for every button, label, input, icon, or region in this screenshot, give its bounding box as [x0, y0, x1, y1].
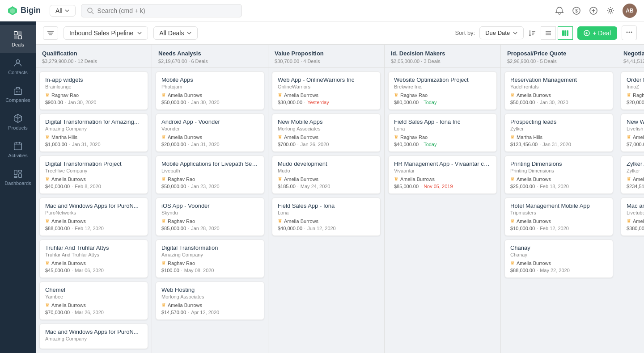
sidebar-item-activities[interactable]: Activities [0, 136, 36, 164]
sidebar-item-companies[interactable]: Companies [0, 80, 36, 108]
crown-icon: ♛ [278, 176, 282, 182]
sort-direction-button[interactable] [528, 29, 536, 37]
main-content: Inbound Sales Pipeline All Deals Sort by… [36, 21, 644, 353]
deal-card[interactable]: Mobile Applications for Livepath Serv...… [156, 155, 264, 194]
deal-footer: $185.00·May 24, 2020 [278, 184, 375, 189]
settings-icon[interactable] [606, 6, 615, 16]
owner-name: Amelia Burrows [51, 303, 86, 308]
sort-chevron-icon [513, 30, 518, 36]
deal-footer: $40,000.00·Feb 8, 2020 [45, 184, 142, 189]
svg-rect-39 [567, 30, 568, 36]
deal-owner: ♛Amelia Burrows [161, 92, 258, 98]
owner-name: Amelia Burro... [633, 219, 644, 224]
owner-name: Amelia Burrows [284, 219, 318, 224]
deal-title: Mac and Windows Apps for PuroN... [45, 328, 142, 335]
deal-company: Printing Dimensions [510, 168, 607, 173]
sidebar-item-dashboards[interactable]: Dashboards [0, 164, 36, 191]
deal-owner: ♛Raghav Rao [627, 92, 644, 98]
svg-point-14 [16, 60, 19, 63]
deal-title: Mobile Apps [161, 76, 258, 83]
sidebar-item-products[interactable]: Products [0, 108, 36, 136]
deal-card[interactable]: Mobile AppsPhotojam♛Amelia Burrows$50,00… [156, 71, 264, 110]
deal-card[interactable]: Mac and Windo...Livetube♛Amelia Burro...… [621, 198, 644, 236]
deal-card[interactable]: New WebsiteLivefish♛Amelia Burro...$7,00… [621, 113, 644, 152]
sidebar-item-contacts[interactable]: Contacts [0, 53, 36, 80]
deal-company: Zylker [510, 126, 607, 131]
deal-footer: $50,000.00·Jan 30, 2020 [510, 100, 607, 105]
svg-text:$: $ [575, 8, 578, 13]
deal-card[interactable]: Mac and Windows Apps for PuroN...Amazing… [39, 324, 148, 349]
all-select-dropdown[interactable]: All [50, 5, 76, 17]
deal-card[interactable]: Digital Transformation ProjectTreeHive C… [39, 155, 148, 194]
deal-date: May 08, 2020 [184, 268, 214, 273]
deal-card[interactable]: Truhlar And Truhlar AttysTruhlar And Tru… [39, 240, 148, 278]
add-deal-label: + Deal [593, 29, 611, 37]
list-view-button[interactable] [541, 26, 556, 40]
deal-card[interactable]: Hotel Management Mobile AppTripmasters♛A… [504, 198, 613, 236]
crown-icon: ♛ [161, 92, 166, 98]
column-meta: $4,41,512.00 [623, 59, 644, 64]
add-deal-button[interactable]: + Deal [577, 26, 617, 40]
filter-button[interactable] [43, 26, 58, 40]
deal-card[interactable]: Web HostingMorlong Associates♛Amelia Bur… [156, 282, 264, 320]
crown-icon: ♛ [45, 260, 50, 266]
column-title: Qualification [42, 50, 145, 57]
deal-card[interactable]: Digital Transformation for Amazing...Ama… [39, 113, 148, 152]
deal-card[interactable]: Reservation ManagementYadel rentals♛Amel… [504, 71, 613, 110]
deal-card[interactable]: Order for new Ap...InnoZ♛Raghav Rao$20,0… [621, 71, 644, 110]
deal-card[interactable]: Prospecting leadsZylker♛Martha Hills$123… [504, 113, 613, 152]
search-container[interactable] [81, 4, 242, 17]
deal-footer: $80,000.00·Today [394, 100, 491, 105]
owner-name: Amelia Burrows [517, 176, 551, 182]
deal-amount: $380,000.00 [627, 226, 644, 231]
deal-owner: ♛Amelia Burrows [278, 92, 375, 98]
deal-card[interactable]: New Mobile AppsMorlong Associates♛Amelia… [272, 113, 381, 152]
crown-icon: ♛ [45, 218, 50, 224]
deal-owner: ♛Amelia Burrows [161, 134, 258, 140]
deal-card[interactable]: Website Optimization ProjectBrekwire Inc… [388, 71, 497, 110]
sort-field-label: Due Date [485, 29, 510, 36]
deal-company: Brainlounge [45, 84, 142, 89]
deal-date: Feb 12, 2020 [540, 226, 569, 231]
deal-card[interactable]: Mac and Windows Apps for PuroN...PuroNet… [39, 198, 148, 236]
deal-company: Mudo [278, 168, 375, 173]
deal-company: Tripmasters [510, 210, 607, 215]
deal-card[interactable]: Android App - VoonderVoonder♛Amelia Burr… [156, 113, 264, 152]
deal-card[interactable]: Zylker AppZylker♛Amelia Burro...$234,512… [621, 155, 644, 194]
deal-title: Reservation Management [510, 76, 607, 83]
deal-card[interactable]: Field Sales App - IonaLona♛Amelia Burrow… [272, 198, 381, 236]
dollar-icon[interactable]: $ [572, 6, 581, 16]
deal-amount: $234,512.00 [627, 184, 644, 189]
sidebar-item-deals[interactable]: Deals [0, 25, 36, 53]
deal-card[interactable]: iOS App - VoonderSkyndu♛Raghav Rao$85,00… [156, 198, 264, 236]
deal-card[interactable]: Web App - OnlineWarriors IncOnlineWarrio… [272, 71, 381, 110]
deal-card[interactable]: HR Management App - Vivaantar com...Viva… [388, 155, 497, 194]
sort-field-dropdown[interactable]: Due Date [479, 26, 524, 39]
pipeline-select[interactable]: Inbound Sales Pipeline [64, 26, 148, 40]
svg-point-44 [629, 32, 630, 33]
deal-amount: $7,000.00 [627, 142, 644, 147]
deal-company: TreeHive Company [45, 168, 142, 173]
deal-title: Web Hosting [161, 286, 258, 293]
kanban-view-button[interactable] [558, 26, 573, 40]
column-header: Id. Decision Makers$2,05,000.00 · 3 Deal… [385, 45, 500, 68]
deal-card[interactable]: Mudo developmentMudo♛Amelia Burrows$185.… [272, 155, 381, 194]
svg-rect-11 [18, 32, 21, 35]
deal-card[interactable]: Field Sales App - Iona IncLona♛Raghav Ra… [388, 113, 497, 152]
deal-card[interactable]: ChanayChanay♛Amelia Burrows$88,000.00·Ma… [504, 240, 613, 278]
deals-filter-dropdown[interactable]: All Deals [153, 26, 198, 40]
deal-card[interactable]: Digital TransformationAmazing Company♛Ra… [156, 240, 264, 278]
owner-name: Amelia Burrows [400, 176, 435, 182]
pipeline-label: Inbound Sales Pipeline [69, 29, 133, 37]
deal-owner: ♛Amelia Burrows [510, 260, 607, 266]
deal-card[interactable]: Printing DimensionsPrinting Dimensions♛A… [504, 155, 613, 194]
deal-card[interactable]: In-app widgetsBrainlounge♛Raghav Rao$900… [39, 71, 148, 110]
notifications-icon[interactable] [555, 6, 564, 16]
deal-footer: $25,000.00·Feb 18, 2020 [510, 184, 607, 189]
avatar[interactable]: AB [623, 4, 637, 18]
deal-card[interactable]: ChemelYambee♛Amelia Burrows$70,000.00·Ma… [39, 282, 148, 320]
svg-rect-38 [564, 30, 566, 36]
more-options-button[interactable] [622, 25, 637, 40]
search-input[interactable] [97, 7, 236, 14]
add-icon[interactable] [589, 6, 598, 16]
